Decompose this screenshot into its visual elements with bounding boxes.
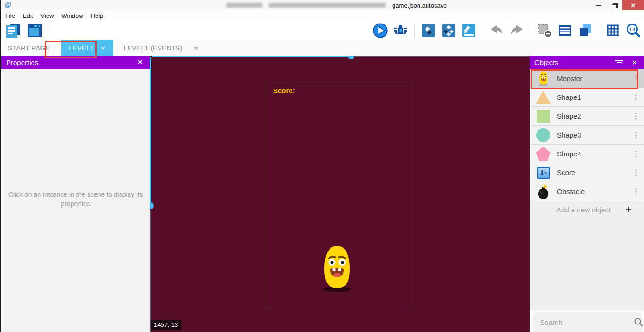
tab-level1-close-icon[interactable]: ✕	[100, 45, 105, 52]
menu-view[interactable]: View	[40, 12, 59, 19]
object-row-obstacle[interactable]: Obstacle ⋮	[530, 182, 644, 201]
toolbar-separator	[483, 24, 483, 38]
object-row-shape4[interactable]: Shape4 ⋮	[530, 145, 644, 163]
object-row-shape3[interactable]: Shape3 ⋮	[530, 126, 644, 145]
window-controls: ✕	[590, 0, 644, 10]
object-row-shape2[interactable]: Shape2 ⋮	[530, 107, 644, 126]
object-label: Score	[557, 169, 628, 177]
scene-editor-icon[interactable]	[27, 23, 43, 39]
search-box[interactable]	[533, 312, 642, 332]
add-new-object-label: Add a new object	[556, 206, 625, 214]
circle-thumbnail-icon	[530, 128, 557, 142]
menu-file[interactable]: File	[5, 12, 20, 19]
menu-help[interactable]: Help	[91, 12, 109, 19]
annotation-highlight-level1-tab	[45, 41, 97, 58]
toolbar: 1:1	[1, 21, 644, 40]
vertical-scrollbar-track[interactable]	[150, 57, 151, 202]
kebab-menu-icon[interactable]: ⋮	[628, 188, 644, 195]
properties-panel: Properties ✕ Click on an instance in the…	[1, 56, 150, 332]
toolbar-separator	[599, 24, 599, 38]
kebab-menu-icon[interactable]: ⋮	[628, 150, 644, 158]
project-manager-icon[interactable]	[5, 23, 21, 39]
kebab-menu-icon[interactable]: ⋮	[628, 113, 644, 120]
titlebar: Ⓖ game.json.autosave ✕	[1, 0, 644, 10]
square-thumbnail-icon	[530, 110, 557, 123]
kebab-menu-icon[interactable]: ⋮	[628, 169, 644, 177]
objects-panel: Objects ✕ Monster ⋮ Shape1 ⋮ Shape2 ⋮ Sh…	[530, 56, 644, 332]
menu-window[interactable]: Window	[61, 12, 88, 19]
properties-title: Properties	[6, 58, 135, 66]
cursor-coordinates-badge: 1457;-13	[151, 320, 181, 330]
kebab-menu-icon[interactable]: ⋮	[628, 94, 644, 101]
close-button[interactable]: ✕	[622, 0, 644, 10]
properties-empty-message: Click on an instance in the scene to dis…	[5, 190, 146, 209]
instances-list-icon[interactable]	[557, 23, 573, 39]
object-label: Shape3	[557, 131, 628, 139]
search-area	[530, 310, 644, 332]
zoom-1-1-icon[interactable]: 1:1	[625, 23, 641, 39]
objects-title: Objects	[534, 58, 614, 66]
tab-level1-events-close-icon[interactable]: ✕	[189, 40, 204, 56]
restore-button[interactable]	[606, 0, 622, 10]
tab-level1-events-label: LEVEL1 (EVENTS)	[124, 44, 183, 52]
objects-groups-icon[interactable]	[441, 23, 457, 39]
object-label: Shape2	[557, 112, 628, 120]
horizontal-scrollbar-track[interactable]	[152, 56, 348, 57]
layers-icon[interactable]	[577, 23, 593, 39]
objects-header: Objects ✕	[530, 56, 644, 69]
edit-scene-properties-icon[interactable]	[461, 23, 477, 39]
undo-icon[interactable]	[489, 23, 505, 39]
bomb-thumbnail-icon	[530, 184, 557, 200]
add-object-icon[interactable]	[420, 23, 436, 39]
object-label: Obstacle	[557, 187, 628, 195]
toolbar-separator	[414, 24, 415, 38]
horizontal-scrollbar-track-rest[interactable]	[355, 56, 530, 57]
filter-icon[interactable]	[614, 60, 624, 65]
monster-sprite-instance[interactable]	[319, 244, 355, 293]
properties-close-icon[interactable]: ✕	[135, 58, 145, 66]
gdevelop-window: Ⓖ game.json.autosave ✕ File Edit View Wi…	[0, 0, 644, 332]
zoom-ratio-text: 1:1	[629, 27, 635, 32]
horizontal-scrollbar-thumb[interactable]	[348, 56, 354, 59]
plus-icon[interactable]: +	[625, 203, 644, 216]
object-row-score[interactable]: Tx Score ⋮	[530, 163, 644, 182]
tab-bar: START PAGE LEVEL1 ✕ LEVEL1 (EVENTS) ✕	[1, 40, 644, 56]
object-row-shape1[interactable]: Shape1 ⋮	[530, 88, 644, 107]
toolbar-separator	[531, 24, 531, 38]
kebab-menu-icon[interactable]: ⋮	[628, 131, 644, 139]
menu-edit[interactable]: Edit	[23, 12, 38, 19]
window-title: game.json.autosave	[226, 0, 447, 10]
annotation-highlight-monster-row	[531, 69, 638, 89]
toolbar-left-group	[1, 23, 52, 39]
vertical-scrollbar-track-rest[interactable]	[150, 210, 151, 332]
clear-selection-icon[interactable]	[537, 23, 553, 39]
redacted-title-segment	[269, 3, 386, 8]
restore-icon	[612, 3, 617, 8]
search-input[interactable]	[533, 318, 634, 326]
score-text-instance[interactable]: Score:	[273, 87, 295, 95]
screen-edge-strip	[0, 0, 1, 332]
search-icon[interactable]	[634, 317, 643, 327]
tab-level1-events[interactable]: LEVEL1 (EVENTS)	[117, 40, 189, 56]
add-new-object-row[interactable]: Add a new object +	[530, 201, 644, 218]
redacted-title-segment	[226, 3, 262, 8]
minimize-button[interactable]	[590, 0, 606, 10]
debug-icon[interactable]	[393, 23, 409, 39]
pentagon-thumbnail-icon	[530, 147, 557, 161]
scene-canvas[interactable]: Score: 1457;-13	[150, 56, 530, 332]
toolbar-separator	[50, 24, 50, 38]
object-label: Shape1	[557, 93, 628, 101]
object-label: Shape4	[557, 150, 628, 158]
triangle-thumbnail-icon	[530, 91, 557, 104]
text-object-thumbnail-icon: Tx	[530, 167, 557, 179]
vertical-scrollbar-thumb[interactable]	[150, 202, 154, 209]
grid-icon[interactable]	[605, 23, 621, 39]
window-title-text: game.json.autosave	[392, 2, 447, 9]
toolbar-right-group: 1:1	[372, 21, 641, 40]
gdevelop-logo-icon: Ⓖ	[4, 0, 10, 10]
menu-bar: File Edit View Window Help	[1, 11, 644, 21]
objects-close-icon[interactable]: ✕	[629, 58, 639, 67]
play-preview-icon[interactable]	[372, 23, 388, 39]
tab-start-page-label: START PAGE	[8, 44, 50, 52]
redo-icon[interactable]	[509, 23, 525, 39]
